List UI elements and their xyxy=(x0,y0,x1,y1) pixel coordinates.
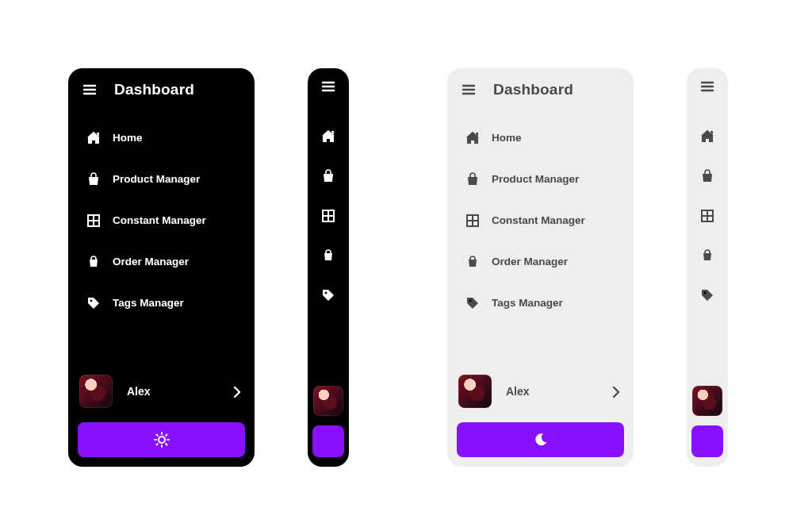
tag-icon xyxy=(465,295,479,310)
chevron-right-icon xyxy=(229,384,243,398)
user-name: Alex xyxy=(506,385,530,398)
tag-icon xyxy=(86,295,100,310)
nav-label: Home xyxy=(113,132,143,144)
theme-button[interactable] xyxy=(78,422,245,457)
nav-item-tags[interactable]: Tags Manager xyxy=(460,286,624,319)
nav-item-constant[interactable]: Constant Manager xyxy=(460,203,624,237)
avatar xyxy=(79,375,113,408)
bag-icon[interactable] xyxy=(699,168,715,183)
nav-label: Constant Manager xyxy=(492,214,585,226)
cart-icon[interactable] xyxy=(699,248,715,262)
grid-icon[interactable] xyxy=(320,208,336,222)
user-name: Alex xyxy=(127,385,151,398)
hamburger-icon[interactable] xyxy=(321,79,335,94)
nav-item-tags[interactable]: Tags Manager xyxy=(81,286,245,319)
nav-item-product[interactable]: Product Manager xyxy=(460,162,624,195)
nav-label: Order Manager xyxy=(492,256,568,267)
nav-label: Product Manager xyxy=(492,173,579,185)
grid-icon[interactable] xyxy=(699,208,715,222)
theme-button[interactable] xyxy=(691,425,723,457)
nav-label: Tags Manager xyxy=(113,297,184,309)
sun-icon xyxy=(154,432,170,448)
sidebar-menu: Home Product Manager Constant Manager Or… xyxy=(78,121,245,319)
home-icon xyxy=(465,130,479,144)
home-icon[interactable] xyxy=(320,129,336,143)
sidebar-dark-expanded: Dashboard Home Product Manager Constant … xyxy=(68,68,255,467)
nav-item-constant[interactable]: Constant Manager xyxy=(81,203,245,237)
bag-icon xyxy=(465,171,479,186)
cart-icon xyxy=(86,254,100,268)
nav-label: Product Manager xyxy=(113,173,200,185)
nav-label: Home xyxy=(492,132,522,144)
user-row[interactable]: Alex xyxy=(78,370,245,413)
grid-icon xyxy=(86,213,100,227)
home-icon[interactable] xyxy=(699,129,715,143)
nav-item-home[interactable]: Home xyxy=(81,121,245,154)
tag-icon[interactable] xyxy=(320,287,336,302)
hamburger-icon[interactable] xyxy=(462,83,476,97)
nav-item-home[interactable]: Home xyxy=(460,121,624,154)
hamburger-icon[interactable] xyxy=(700,79,714,94)
nav-label: Constant Manager xyxy=(113,214,206,226)
grid-icon xyxy=(465,213,479,227)
moon-icon xyxy=(533,432,549,448)
nav-item-order[interactable]: Order Manager xyxy=(81,244,245,278)
nav-label: Order Manager xyxy=(113,256,189,267)
nav-item-order[interactable]: Order Manager xyxy=(460,244,624,278)
home-icon xyxy=(86,130,100,144)
user-row[interactable]: Alex xyxy=(457,370,624,413)
hamburger-icon[interactable] xyxy=(82,83,97,97)
sidebar-header: Dashboard xyxy=(78,79,245,106)
sidebar-title: Dashboard xyxy=(493,81,573,98)
sidebar-dark-collapsed xyxy=(308,68,349,467)
nav-label: Tags Manager xyxy=(492,297,563,309)
avatar[interactable] xyxy=(692,386,722,416)
sidebar-light-expanded: Dashboard Home Product Manager Constant … xyxy=(447,68,634,467)
avatar xyxy=(458,375,492,408)
sidebar-header: Dashboard xyxy=(457,79,624,106)
tag-icon[interactable] xyxy=(699,287,715,302)
theme-button[interactable] xyxy=(457,422,624,457)
theme-button[interactable] xyxy=(312,425,344,457)
sidebar-light-collapsed xyxy=(687,68,728,467)
nav-item-product[interactable]: Product Manager xyxy=(81,162,245,195)
bag-icon[interactable] xyxy=(320,168,336,183)
bag-icon xyxy=(86,171,100,186)
avatar[interactable] xyxy=(313,386,343,416)
sidebar-menu: Home Product Manager Constant Manager Or… xyxy=(457,121,624,319)
cart-icon xyxy=(465,254,479,268)
chevron-right-icon xyxy=(608,384,622,398)
cart-icon[interactable] xyxy=(320,248,336,262)
sidebar-title: Dashboard xyxy=(114,81,194,98)
